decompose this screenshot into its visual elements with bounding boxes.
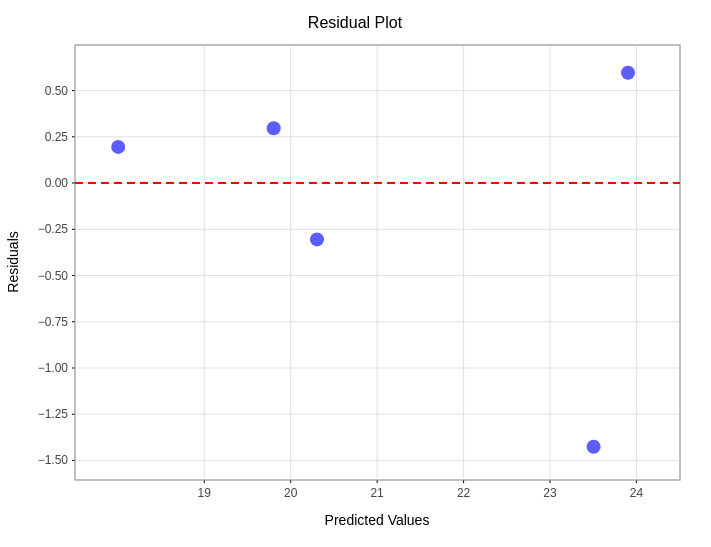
data-point-5 xyxy=(621,66,635,80)
data-point-3 xyxy=(310,232,324,246)
y-tick-label: −1.25 xyxy=(38,407,69,421)
residual-plot-svg: Residual Plot 0.50 0.25 0.00 −0.25 −0.50… xyxy=(0,0,711,547)
y-tick-label: 0.25 xyxy=(45,130,69,144)
y-tick-label: 0.50 xyxy=(45,84,69,98)
x-tick-label: 21 xyxy=(370,486,384,500)
x-tick-label: 22 xyxy=(457,486,471,500)
chart-title: Residual Plot xyxy=(308,14,403,31)
y-tick-label: −0.50 xyxy=(38,269,69,283)
x-tick-label: 19 xyxy=(198,486,212,500)
y-tick-label: −0.75 xyxy=(38,315,69,329)
x-tick-label: 20 xyxy=(284,486,298,500)
data-point-2 xyxy=(267,121,281,135)
y-tick-label: 0.00 xyxy=(45,176,69,190)
x-tick-label: 24 xyxy=(630,486,644,500)
data-point-4 xyxy=(587,440,601,454)
chart-container: Residual Plot 0.50 0.25 0.00 −0.25 −0.50… xyxy=(0,0,711,547)
x-axis-label: Predicted Values xyxy=(325,512,430,528)
y-axis-label: Residuals xyxy=(5,231,21,292)
x-tick-label: 23 xyxy=(543,486,557,500)
y-tick-label: −1.00 xyxy=(38,361,69,375)
data-point-1 xyxy=(111,140,125,154)
y-tick-label: −1.50 xyxy=(38,453,69,467)
y-tick-label: −0.25 xyxy=(38,222,69,236)
